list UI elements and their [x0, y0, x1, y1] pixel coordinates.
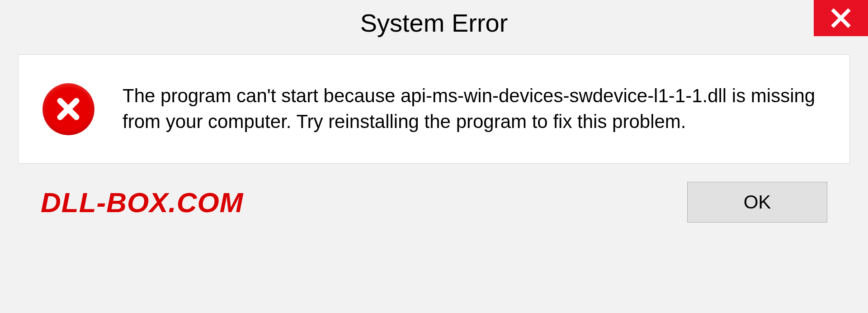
- close-icon: [831, 8, 851, 28]
- close-button[interactable]: [814, 0, 868, 36]
- watermark-text: DLL-BOX.COM: [41, 186, 243, 218]
- dialog-content: The program can't start because api-ms-w…: [18, 54, 850, 164]
- error-icon: [42, 83, 94, 135]
- titlebar: System Error: [0, 0, 868, 45]
- error-message: The program can't start because api-ms-w…: [123, 83, 827, 134]
- window-title: System Error: [360, 8, 508, 38]
- dialog-footer: DLL-BOX.COM OK: [18, 164, 850, 241]
- error-icon-wrap: [41, 82, 95, 136]
- ok-button[interactable]: OK: [687, 182, 827, 223]
